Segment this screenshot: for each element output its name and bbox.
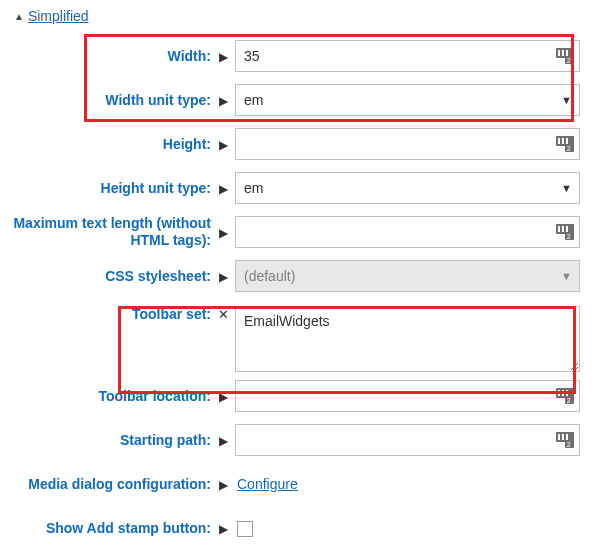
row-toolbar-set: Toolbar set: ✕	[10, 298, 580, 374]
expand-icon[interactable]: ▶	[215, 270, 231, 284]
section-header[interactable]: ▲ Simplified	[14, 8, 580, 24]
css-sheet-select[interactable]: (default)	[235, 260, 580, 292]
expand-icon[interactable]: ▶	[215, 434, 231, 448]
height-input[interactable]	[235, 128, 580, 160]
expand-icon[interactable]: ▶	[215, 478, 231, 492]
expand-icon[interactable]: ▶	[215, 226, 231, 240]
label-toolbar-loc: Toolbar location:	[10, 388, 215, 405]
collapse-icon: ▲	[14, 11, 24, 22]
label-media-dlg: Media dialog configuration:	[10, 476, 215, 493]
label-css-sheet: CSS stylesheet:	[10, 268, 215, 285]
row-show-stamp: Show Add stamp button: ▶	[10, 506, 580, 550]
row-media-dlg: Media dialog configuration: ▶ Configure	[10, 462, 580, 506]
label-max-text: Maximum text length (without HTML tags):	[10, 215, 215, 249]
label-width: Width:	[10, 48, 215, 65]
width-unit-select[interactable]: em	[235, 84, 580, 116]
max-text-input[interactable]	[235, 216, 580, 248]
label-show-stamp: Show Add stamp button:	[10, 520, 215, 537]
expand-icon[interactable]: ▶	[215, 50, 231, 64]
row-starting-path: Starting path: ▶ 2	[10, 418, 580, 462]
label-width-unit: Width unit type:	[10, 92, 215, 109]
expand-icon[interactable]: ▶	[215, 390, 231, 404]
expand-icon[interactable]: ▶	[215, 182, 231, 196]
width-input[interactable]	[235, 40, 580, 72]
toolbar-set-textarea[interactable]	[235, 306, 580, 372]
label-height: Height:	[10, 136, 215, 153]
row-width-unit: Width unit type: ▶ em ▼	[10, 78, 580, 122]
configure-link[interactable]: Configure	[237, 476, 298, 492]
expand-icon[interactable]: ▶	[215, 138, 231, 152]
simplified-section: ▲ Simplified Width: ▶ 2 Width unit type:…	[10, 8, 580, 550]
row-height-unit: Height unit type: ▶ em ▼	[10, 166, 580, 210]
label-starting-path: Starting path:	[10, 432, 215, 449]
expand-icon[interactable]: ▶	[215, 94, 231, 108]
expand-icon[interactable]: ▶	[215, 522, 231, 536]
label-toolbar-set: Toolbar set:	[10, 306, 215, 323]
row-max-text: Maximum text length (without HTML tags):…	[10, 210, 580, 254]
height-unit-select[interactable]: em	[235, 172, 580, 204]
section-title-link[interactable]: Simplified	[28, 8, 89, 24]
row-height: Height: ▶ 2	[10, 122, 580, 166]
label-height-unit: Height unit type:	[10, 180, 215, 197]
show-stamp-checkbox[interactable]	[237, 521, 253, 537]
row-toolbar-loc: Toolbar location: ▶ 2	[10, 374, 580, 418]
clear-icon[interactable]: ✕	[215, 307, 231, 322]
row-css-sheet: CSS stylesheet: ▶ (default) ▼	[10, 254, 580, 298]
toolbar-loc-input[interactable]	[235, 380, 580, 412]
starting-path-input[interactable]	[235, 424, 580, 456]
row-width: Width: ▶ 2	[10, 34, 580, 78]
